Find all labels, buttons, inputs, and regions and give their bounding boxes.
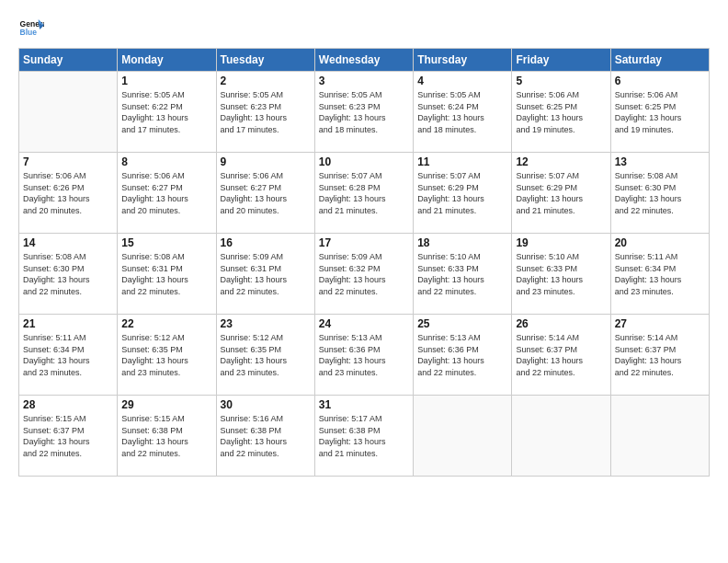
calendar-week-5: 28Sunrise: 5:15 AM Sunset: 6:37 PM Dayli… bbox=[19, 396, 710, 477]
calendar-cell: 23Sunrise: 5:12 AM Sunset: 6:35 PM Dayli… bbox=[216, 315, 314, 396]
calendar-cell: 7Sunrise: 5:06 AM Sunset: 6:26 PM Daylig… bbox=[19, 153, 118, 234]
day-info: Sunrise: 5:06 AM Sunset: 6:27 PM Dayligh… bbox=[221, 170, 311, 216]
logo: General Blue bbox=[18, 17, 48, 42]
calendar-week-4: 21Sunrise: 5:11 AM Sunset: 6:34 PM Dayli… bbox=[19, 315, 710, 396]
calendar-cell: 13Sunrise: 5:08 AM Sunset: 6:30 PM Dayli… bbox=[610, 153, 709, 234]
day-number: 28 bbox=[23, 398, 113, 411]
calendar-cell: 26Sunrise: 5:14 AM Sunset: 6:37 PM Dayli… bbox=[512, 315, 610, 396]
day-number: 16 bbox=[221, 236, 311, 249]
day-number: 24 bbox=[319, 317, 409, 330]
day-info: Sunrise: 5:15 AM Sunset: 6:38 PM Dayligh… bbox=[121, 413, 211, 459]
calendar-weekday-monday: Monday bbox=[118, 49, 216, 72]
calendar-cell: 6Sunrise: 5:06 AM Sunset: 6:25 PM Daylig… bbox=[610, 72, 709, 153]
calendar-cell bbox=[19, 72, 118, 153]
calendar-weekday-sunday: Sunday bbox=[19, 49, 118, 72]
day-number: 14 bbox=[23, 236, 113, 249]
day-number: 6 bbox=[615, 75, 705, 87]
day-info: Sunrise: 5:09 AM Sunset: 6:32 PM Dayligh… bbox=[319, 251, 409, 297]
calendar-cell: 29Sunrise: 5:15 AM Sunset: 6:38 PM Dayli… bbox=[118, 396, 216, 477]
calendar-cell: 1Sunrise: 5:05 AM Sunset: 6:22 PM Daylig… bbox=[118, 72, 216, 153]
day-info: Sunrise: 5:06 AM Sunset: 6:25 PM Dayligh… bbox=[516, 89, 606, 135]
day-info: Sunrise: 5:05 AM Sunset: 6:23 PM Dayligh… bbox=[319, 89, 409, 135]
day-info: Sunrise: 5:11 AM Sunset: 6:34 PM Dayligh… bbox=[615, 251, 705, 297]
day-number: 23 bbox=[221, 317, 311, 330]
calendar-weekday-saturday: Saturday bbox=[610, 49, 709, 72]
calendar-cell: 20Sunrise: 5:11 AM Sunset: 6:34 PM Dayli… bbox=[610, 234, 709, 315]
calendar-cell: 30Sunrise: 5:16 AM Sunset: 6:38 PM Dayli… bbox=[216, 396, 314, 477]
day-number: 3 bbox=[319, 75, 409, 87]
day-info: Sunrise: 5:09 AM Sunset: 6:31 PM Dayligh… bbox=[221, 251, 311, 297]
day-number: 25 bbox=[417, 317, 507, 330]
calendar-cell: 17Sunrise: 5:09 AM Sunset: 6:32 PM Dayli… bbox=[314, 234, 413, 315]
calendar-cell: 5Sunrise: 5:06 AM Sunset: 6:25 PM Daylig… bbox=[512, 72, 610, 153]
day-info: Sunrise: 5:15 AM Sunset: 6:37 PM Dayligh… bbox=[23, 413, 113, 459]
day-info: Sunrise: 5:07 AM Sunset: 6:29 PM Dayligh… bbox=[516, 170, 606, 216]
day-number: 26 bbox=[516, 317, 606, 330]
calendar-cell: 2Sunrise: 5:05 AM Sunset: 6:23 PM Daylig… bbox=[216, 72, 314, 153]
day-info: Sunrise: 5:06 AM Sunset: 6:27 PM Dayligh… bbox=[121, 170, 211, 216]
calendar-week-3: 14Sunrise: 5:08 AM Sunset: 6:30 PM Dayli… bbox=[19, 234, 710, 315]
day-number: 31 bbox=[319, 398, 409, 411]
day-info: Sunrise: 5:11 AM Sunset: 6:34 PM Dayligh… bbox=[23, 332, 113, 378]
calendar-cell: 10Sunrise: 5:07 AM Sunset: 6:28 PM Dayli… bbox=[314, 153, 413, 234]
day-info: Sunrise: 5:14 AM Sunset: 6:37 PM Dayligh… bbox=[516, 332, 606, 378]
day-info: Sunrise: 5:08 AM Sunset: 6:30 PM Dayligh… bbox=[23, 251, 113, 297]
day-number: 9 bbox=[221, 155, 311, 168]
day-info: Sunrise: 5:16 AM Sunset: 6:38 PM Dayligh… bbox=[221, 413, 311, 459]
day-number: 15 bbox=[121, 236, 211, 249]
calendar-cell: 25Sunrise: 5:13 AM Sunset: 6:36 PM Dayli… bbox=[414, 315, 512, 396]
day-number: 21 bbox=[23, 317, 113, 330]
calendar-cell: 16Sunrise: 5:09 AM Sunset: 6:31 PM Dayli… bbox=[216, 234, 314, 315]
day-number: 22 bbox=[121, 317, 211, 330]
day-number: 11 bbox=[417, 155, 507, 168]
day-info: Sunrise: 5:05 AM Sunset: 6:23 PM Dayligh… bbox=[221, 89, 311, 135]
calendar-cell bbox=[610, 396, 709, 477]
calendar-cell: 14Sunrise: 5:08 AM Sunset: 6:30 PM Dayli… bbox=[19, 234, 118, 315]
calendar-header-row: SundayMondayTuesdayWednesdayThursdayFrid… bbox=[19, 49, 710, 72]
calendar-cell: 3Sunrise: 5:05 AM Sunset: 6:23 PM Daylig… bbox=[314, 72, 413, 153]
day-number: 4 bbox=[417, 75, 507, 87]
day-info: Sunrise: 5:07 AM Sunset: 6:29 PM Dayligh… bbox=[417, 170, 507, 216]
calendar-cell: 22Sunrise: 5:12 AM Sunset: 6:35 PM Dayli… bbox=[118, 315, 216, 396]
day-number: 30 bbox=[221, 398, 311, 411]
day-info: Sunrise: 5:08 AM Sunset: 6:31 PM Dayligh… bbox=[121, 251, 211, 297]
calendar-cell: 19Sunrise: 5:10 AM Sunset: 6:33 PM Dayli… bbox=[512, 234, 610, 315]
day-info: Sunrise: 5:07 AM Sunset: 6:28 PM Dayligh… bbox=[319, 170, 409, 216]
day-number: 5 bbox=[516, 75, 606, 87]
page: General Blue SundayMondayTuesdayWednesda… bbox=[0, 0, 728, 563]
day-info: Sunrise: 5:14 AM Sunset: 6:37 PM Dayligh… bbox=[615, 332, 705, 378]
calendar-cell: 12Sunrise: 5:07 AM Sunset: 6:29 PM Dayli… bbox=[512, 153, 610, 234]
calendar-weekday-wednesday: Wednesday bbox=[314, 49, 413, 72]
day-number: 10 bbox=[319, 155, 409, 168]
calendar-week-2: 7Sunrise: 5:06 AM Sunset: 6:26 PM Daylig… bbox=[19, 153, 710, 234]
calendar-cell: 31Sunrise: 5:17 AM Sunset: 6:38 PM Dayli… bbox=[314, 396, 413, 477]
day-number: 7 bbox=[23, 155, 113, 168]
day-number: 17 bbox=[319, 236, 409, 249]
calendar-cell: 11Sunrise: 5:07 AM Sunset: 6:29 PM Dayli… bbox=[414, 153, 512, 234]
calendar-cell bbox=[512, 396, 610, 477]
day-info: Sunrise: 5:10 AM Sunset: 6:33 PM Dayligh… bbox=[417, 251, 507, 297]
day-info: Sunrise: 5:06 AM Sunset: 6:25 PM Dayligh… bbox=[615, 89, 705, 135]
calendar-cell: 27Sunrise: 5:14 AM Sunset: 6:37 PM Dayli… bbox=[610, 315, 709, 396]
day-info: Sunrise: 5:08 AM Sunset: 6:30 PM Dayligh… bbox=[615, 170, 705, 216]
calendar-weekday-friday: Friday bbox=[512, 49, 610, 72]
calendar-cell: 9Sunrise: 5:06 AM Sunset: 6:27 PM Daylig… bbox=[216, 153, 314, 234]
calendar-cell: 21Sunrise: 5:11 AM Sunset: 6:34 PM Dayli… bbox=[19, 315, 118, 396]
calendar-cell: 18Sunrise: 5:10 AM Sunset: 6:33 PM Dayli… bbox=[414, 234, 512, 315]
day-info: Sunrise: 5:13 AM Sunset: 6:36 PM Dayligh… bbox=[319, 332, 409, 378]
day-number: 29 bbox=[121, 398, 211, 411]
logo-icon: General Blue bbox=[18, 17, 44, 42]
day-number: 19 bbox=[516, 236, 606, 249]
calendar-cell: 8Sunrise: 5:06 AM Sunset: 6:27 PM Daylig… bbox=[118, 153, 216, 234]
calendar-cell: 28Sunrise: 5:15 AM Sunset: 6:37 PM Dayli… bbox=[19, 396, 118, 477]
calendar: SundayMondayTuesdayWednesdayThursdayFrid… bbox=[18, 48, 710, 477]
day-info: Sunrise: 5:06 AM Sunset: 6:26 PM Dayligh… bbox=[23, 170, 113, 216]
day-number: 20 bbox=[615, 236, 705, 249]
calendar-week-1: 1Sunrise: 5:05 AM Sunset: 6:22 PM Daylig… bbox=[19, 72, 710, 153]
day-number: 18 bbox=[417, 236, 507, 249]
day-info: Sunrise: 5:17 AM Sunset: 6:38 PM Dayligh… bbox=[319, 413, 409, 459]
calendar-cell bbox=[414, 396, 512, 477]
day-number: 27 bbox=[615, 317, 705, 330]
day-number: 8 bbox=[121, 155, 211, 168]
day-info: Sunrise: 5:10 AM Sunset: 6:33 PM Dayligh… bbox=[516, 251, 606, 297]
